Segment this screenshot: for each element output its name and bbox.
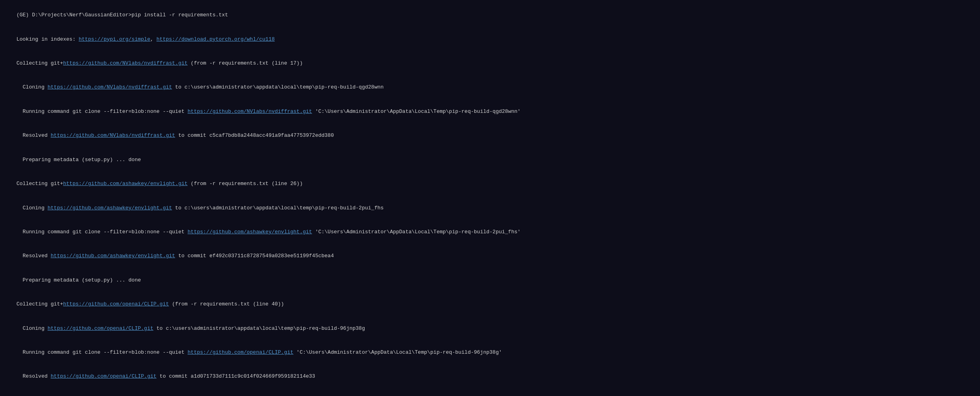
envlight-collect-link[interactable]: https://github.com/ashawkey/envlight.git xyxy=(63,181,187,187)
line-7: Preparing metadata (setup.py) ... done xyxy=(4,148,976,172)
line-14: Cloning https://github.com/openai/CLIP.g… xyxy=(4,316,976,340)
line-1: (GE) D:\Projects\Nerf\GaussianEditor>pip… xyxy=(4,3,976,27)
clip-run-link[interactable]: https://github.com/openai/CLIP.git xyxy=(187,349,293,355)
line-10: Running command git clone --filter=blob:… xyxy=(4,220,976,244)
line-17: Preparing metadata (setup.py) ... done xyxy=(4,389,976,396)
prompt: (GE) D:\Projects\Nerf\GaussianEditor>pip… xyxy=(16,12,228,18)
line-3: Collecting git+https://github.com/NVlabs… xyxy=(4,51,976,75)
nvdiffrast-collect-link[interactable]: https://github.com/NVlabs/nvdiffrast.git xyxy=(63,60,187,66)
line-4: Cloning https://github.com/NVlabs/nvdiff… xyxy=(4,75,976,99)
line-11: Resolved https://github.com/ashawkey/env… xyxy=(4,244,976,268)
line-13: Collecting git+https://github.com/openai… xyxy=(4,292,976,316)
line-12: Preparing metadata (setup.py) ... done xyxy=(4,268,976,292)
line-8: Collecting git+https://github.com/ashawk… xyxy=(4,172,976,196)
clip-collect-link[interactable]: https://github.com/openai/CLIP.git xyxy=(63,301,169,307)
nvdiffrast-resolved-link[interactable]: https://github.com/NVlabs/nvdiffrast.git xyxy=(51,132,175,138)
line-9: Cloning https://github.com/ashawkey/envl… xyxy=(4,196,976,220)
clip-clone-link[interactable]: https://github.com/openai/CLIP.git xyxy=(47,325,153,331)
nvdiffrast-run-link[interactable]: https://github.com/NVlabs/nvdiffrast.git xyxy=(187,108,312,114)
terminal-window: (GE) D:\Projects\Nerf\GaussianEditor>pip… xyxy=(0,0,980,396)
envlight-run-link[interactable]: https://github.com/ashawkey/envlight.git xyxy=(187,229,312,235)
nvdiffrast-clone-link[interactable]: https://github.com/NVlabs/nvdiffrast.git xyxy=(47,84,172,90)
line-16: Resolved https://github.com/openai/CLIP.… xyxy=(4,364,976,388)
envlight-resolved-link[interactable]: https://github.com/ashawkey/envlight.git xyxy=(51,253,175,259)
pytorch-link[interactable]: https://download.pytorch.org/whl/cu118 xyxy=(156,36,274,42)
line-2: Looking in indexes: https://pypi.org/sim… xyxy=(4,27,976,51)
envlight-clone-link[interactable]: https://github.com/ashawkey/envlight.git xyxy=(47,205,172,211)
line-15: Running command git clone --filter=blob:… xyxy=(4,341,976,364)
line-5: Running command git clone --filter=blob:… xyxy=(4,100,976,124)
clip-resolved-link[interactable]: https://github.com/openai/CLIP.git xyxy=(51,373,156,379)
line-6: Resolved https://github.com/NVlabs/nvdif… xyxy=(4,124,976,148)
pypi-link[interactable]: https://pypi.org/simple xyxy=(79,36,150,42)
